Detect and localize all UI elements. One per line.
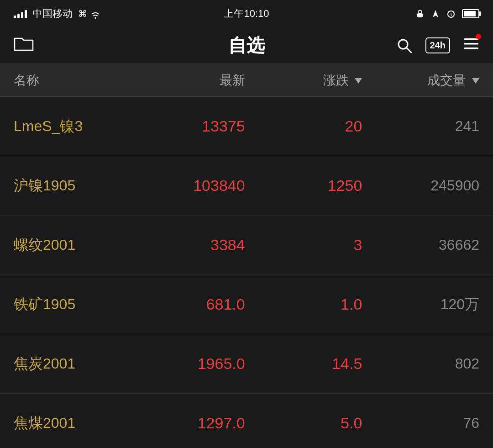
notification-dot (476, 34, 481, 39)
table-row[interactable]: 铁矿1905 681.0 1.0 120万 (0, 275, 493, 334)
wifi-icon: ⌘ (78, 8, 101, 19)
table-row[interactable]: 螺纹2001 3384 3 36662 (0, 216, 493, 275)
row-latest-2: 3384 (146, 236, 263, 254)
signal-bars-icon (14, 9, 27, 18)
header-volume[interactable]: 成交量 (380, 72, 493, 89)
24h-button[interactable]: 24h (425, 37, 450, 53)
row-name-5: 焦煤2001 (0, 413, 146, 433)
row-name-2: 螺纹2001 (0, 235, 146, 255)
row-name-1: 沪镍1905 (0, 176, 146, 196)
row-latest-5: 1297.0 (146, 414, 263, 432)
row-latest-1: 103840 (146, 177, 263, 195)
list-menu-button[interactable] (463, 36, 479, 55)
table-body: LmeS_镍3 13375 20 241 沪镍1905 103840 1250 … (0, 97, 493, 448)
row-name-0: LmeS_镍3 (0, 116, 146, 137)
header-change[interactable]: 涨跌 (263, 72, 381, 89)
row-change-2: 3 (263, 236, 381, 254)
row-volume-1: 245900 (380, 177, 493, 194)
status-left: 中国移动 ⌘ (14, 7, 101, 21)
svg-rect-0 (417, 13, 423, 17)
row-name-3: 铁矿1905 (0, 295, 146, 315)
row-latest-3: 681.0 (146, 295, 263, 313)
row-latest-4: 1965.0 (146, 355, 263, 373)
nav-title: 自选 (228, 33, 265, 58)
header-name: 名称 (0, 72, 146, 89)
battery-icon (462, 9, 479, 18)
row-volume-0: 241 (380, 118, 493, 135)
lock-icon (415, 9, 425, 18)
row-change-0: 20 (263, 117, 381, 135)
alarm-icon (446, 9, 456, 18)
nav-bar: 自选 24h (0, 27, 493, 64)
table-row[interactable]: 沪镍1905 103840 1250 245900 (0, 156, 493, 216)
search-button[interactable] (396, 37, 413, 54)
time-display: 上午10:10 (224, 7, 269, 21)
location-icon (431, 9, 440, 18)
row-volume-5: 76 (380, 415, 493, 432)
row-change-1: 1250 (263, 177, 381, 195)
row-latest-0: 13375 (146, 117, 263, 135)
svg-rect-6 (464, 47, 478, 49)
folder-button[interactable] (14, 36, 34, 56)
sort-arrow-volume (472, 78, 479, 84)
table-row[interactable]: 焦煤2001 1297.0 5.0 76 (0, 394, 493, 448)
table-header: 名称 最新 涨跌 成交量 (0, 64, 493, 97)
sort-arrow-change (355, 78, 362, 84)
nav-actions: 24h (396, 36, 479, 55)
header-latest[interactable]: 最新 (146, 72, 263, 89)
row-volume-4: 802 (380, 355, 493, 372)
table-row[interactable]: LmeS_镍3 13375 20 241 (0, 97, 493, 156)
row-volume-3: 120万 (380, 295, 493, 315)
carrier-label: 中国移动 (32, 7, 73, 21)
status-bar: 中国移动 ⌘ 上午10:10 (0, 0, 493, 27)
table-row[interactable]: 焦炭2001 1965.0 14.5 802 (0, 334, 493, 394)
row-change-3: 1.0 (263, 295, 381, 313)
svg-line-3 (407, 48, 411, 53)
status-right (415, 9, 479, 18)
row-change-5: 5.0 (263, 414, 381, 432)
row-name-4: 焦炭2001 (0, 354, 146, 374)
row-volume-2: 36662 (380, 237, 493, 253)
row-change-4: 14.5 (263, 355, 381, 373)
svg-rect-5 (464, 43, 478, 45)
